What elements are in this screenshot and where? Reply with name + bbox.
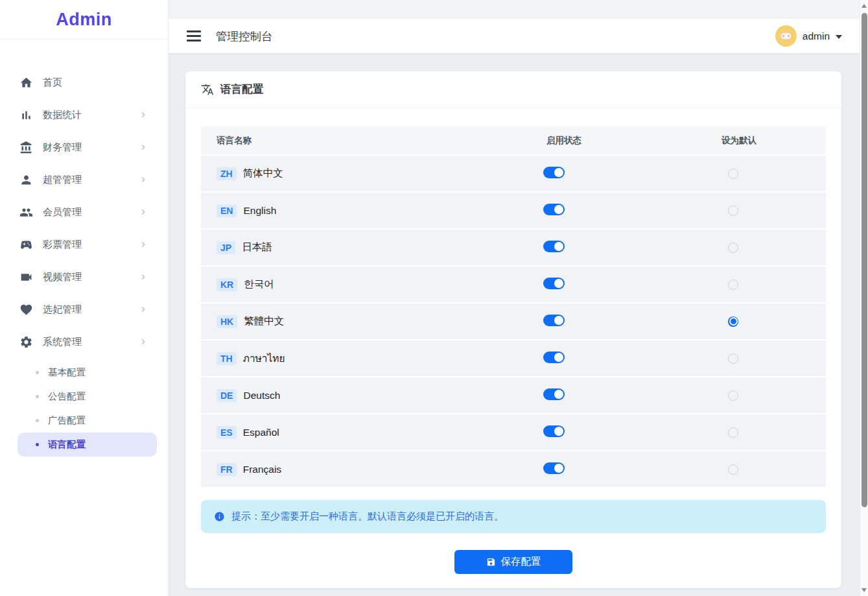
content-area: 语言配置 语言名称 启用状态 设为默认 ZH 简体中文	[169, 53, 868, 596]
lang-name: 繁體中文	[244, 315, 284, 328]
column-header-language-name: 语言名称	[201, 135, 546, 147]
language-table-row: JP 日本語	[201, 230, 826, 267]
lang-code-badge: JP	[217, 241, 235, 254]
sidebar-subitem[interactable]: 公告配置	[18, 385, 157, 409]
home-icon	[19, 76, 33, 89]
sidebar-item-label: 系统管理	[43, 336, 138, 348]
enable-toggle[interactable]	[543, 388, 565, 400]
enable-toggle[interactable]	[543, 315, 565, 326]
chevron-down-icon	[836, 35, 842, 39]
sidebar-item-settings[interactable]: 系统管理	[0, 326, 168, 358]
language-table-row: DE Deutsch	[201, 377, 826, 414]
lang-code-badge: ZH	[217, 167, 237, 180]
vertical-scrollbar[interactable]	[860, 0, 868, 596]
scroll-down-icon[interactable]	[862, 588, 867, 592]
settings-icon	[19, 335, 33, 349]
default-radio[interactable]	[728, 464, 738, 475]
sidebar: Admin 首页 数据统计 财务管理 超管管理 会员管理 彩票管理 视频管理 选…	[0, 0, 169, 596]
default-radio[interactable]	[728, 243, 738, 253]
sidebar-submenu: 基本配置 公告配置 广告配置 语言配置	[0, 358, 168, 457]
lang-code-badge: KR	[217, 278, 237, 291]
page-title: 管理控制台	[216, 29, 273, 44]
bank-icon	[19, 141, 33, 154]
translate-icon	[201, 83, 214, 96]
default-radio[interactable]	[728, 280, 738, 290]
default-radio[interactable]	[728, 206, 738, 216]
sidebar-item-people[interactable]: 会员管理	[0, 196, 168, 228]
table-header-row: 语言名称 启用状态 设为默认	[201, 126, 826, 156]
sidebar-item-person[interactable]: 超管管理	[0, 163, 168, 196]
lang-code-badge: HK	[217, 315, 237, 328]
sidebar-item-label: 彩票管理	[43, 239, 138, 251]
sidebar-item-chart[interactable]: 数据统计	[0, 99, 168, 131]
card-body: 语言名称 启用状态 设为默认 ZH 简体中文 EN English	[185, 108, 841, 574]
sidebar-subitem-label: 语言配置	[48, 438, 86, 451]
lang-code-badge: ES	[217, 426, 237, 439]
bullet-dot-icon	[36, 419, 39, 422]
people-icon	[19, 206, 33, 219]
scroll-up-icon[interactable]	[862, 4, 867, 8]
lang-code-badge: TH	[217, 352, 237, 365]
admin-app: Admin 首页 数据统计 财务管理 超管管理 会员管理 彩票管理 视频管理 选…	[0, 0, 868, 596]
save-button-label: 保存配置	[501, 555, 541, 569]
default-radio[interactable]	[728, 316, 738, 327]
enable-toggle[interactable]	[543, 204, 565, 215]
sidebar-subitem[interactable]: 基本配置	[18, 361, 157, 385]
lang-name: 한국어	[244, 278, 274, 291]
enable-toggle[interactable]	[543, 167, 565, 178]
tip-banner: 提示：至少需要开启一种语言。默认语言必须是已开启的语言。	[201, 500, 826, 533]
default-radio[interactable]	[728, 390, 738, 401]
bullet-dot-icon	[36, 371, 39, 374]
sidebar-subitem-label: 基本配置	[48, 366, 86, 379]
user-menu[interactable]: admin	[775, 25, 842, 47]
save-button[interactable]: 保存配置	[454, 550, 572, 574]
username: admin	[803, 30, 830, 42]
enable-toggle[interactable]	[543, 241, 565, 252]
sidebar-item-home[interactable]: 首页	[0, 66, 168, 99]
scrollbar-thumb[interactable]	[862, 13, 867, 507]
chevron-right-icon	[138, 304, 148, 315]
chevron-right-icon	[138, 110, 148, 120]
gamepad-icon	[19, 238, 33, 252]
sidebar-item-bank[interactable]: 财务管理	[0, 131, 168, 163]
lang-name: Français	[243, 464, 281, 475]
save-icon	[486, 557, 496, 567]
sidebar-item-label: 超管管理	[43, 174, 138, 186]
video-icon	[19, 270, 33, 284]
sidebar-subitem[interactable]: 广告配置	[18, 409, 157, 433]
lang-code-badge: EN	[217, 204, 237, 217]
chevron-right-icon	[138, 174, 148, 185]
default-radio[interactable]	[728, 169, 738, 179]
default-radio[interactable]	[728, 353, 738, 364]
language-table-row: HK 繁體中文	[201, 304, 826, 340]
card-title: 语言配置	[220, 82, 263, 97]
language-table-row: EN English	[201, 193, 826, 230]
sidebar-item-label: 财务管理	[43, 141, 138, 154]
top-strip	[169, 0, 868, 19]
bullet-dot-icon	[36, 395, 39, 398]
sidebar-item-heart[interactable]: 选妃管理	[0, 293, 168, 326]
sidebar-subitem-label: 广告配置	[48, 414, 86, 427]
lang-name: 简体中文	[243, 167, 283, 180]
sidebar-item-video[interactable]: 视频管理	[0, 261, 168, 293]
chevron-right-icon	[138, 142, 148, 152]
main-area: 管理控制台 admin 语言配置 语言名称 启用状态 设	[169, 0, 868, 596]
enable-toggle[interactable]	[543, 278, 565, 289]
chevron-right-icon	[138, 239, 148, 250]
column-header-enable-status: 启用状态	[546, 135, 721, 147]
enable-toggle[interactable]	[543, 462, 565, 474]
app-logo: Admin	[0, 0, 168, 40]
table-body: ZH 简体中文 EN English JP 日本語	[201, 156, 826, 488]
default-radio[interactable]	[728, 427, 738, 438]
enable-toggle[interactable]	[543, 352, 565, 363]
enable-toggle[interactable]	[543, 425, 565, 437]
sidebar-item-gamepad[interactable]: 彩票管理	[0, 228, 168, 261]
sidebar-item-label: 数据统计	[43, 109, 138, 121]
sidebar-menu: 首页 数据统计 财务管理 超管管理 会员管理 彩票管理 视频管理 选妃管理 系统…	[0, 40, 168, 457]
menu-toggle-icon[interactable]	[187, 30, 201, 42]
sidebar-subitem[interactable]: 语言配置	[18, 433, 157, 457]
sidebar-item-label: 选妃管理	[43, 304, 138, 316]
lang-code-badge: DE	[217, 389, 237, 402]
sidebar-subitem-label: 公告配置	[48, 390, 86, 403]
bullet-dot-icon	[36, 443, 39, 446]
